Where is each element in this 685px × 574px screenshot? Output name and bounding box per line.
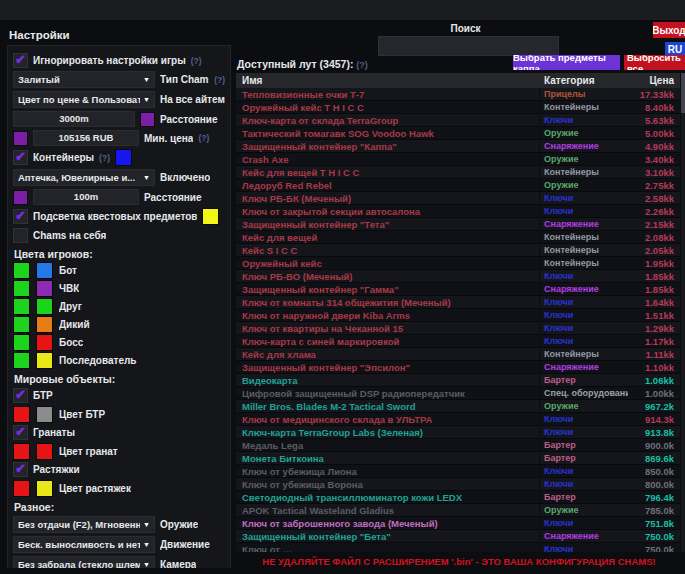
loot-table-row[interactable]: Ключ-карта TerraGroup Labs (Зеленая)Ключ… (236, 426, 680, 439)
btr-color-swatch-2[interactable] (36, 406, 53, 423)
checkbox-checked-icon[interactable]: ✔ (13, 209, 28, 224)
loot-table-row[interactable]: Ключ от убежища ЛионаКлючи850.0k (236, 465, 680, 478)
loot-table-row[interactable]: Тактический томагавк SOG Voodoo HawkОруж… (236, 127, 680, 140)
loot-item-name: Защищенный контейнер "Каппа" (236, 141, 539, 152)
player-color-swatch-1[interactable] (13, 316, 30, 333)
loot-table-row[interactable]: Ключ РБ-ВО (Меченый)Ключи1.85kk (236, 270, 680, 283)
loot-table-row[interactable]: Монета БиткоинаБартер869.6k (236, 452, 680, 465)
loot-table-row[interactable]: Светодиодный трансиллюминатор кожи LEDXБ… (236, 491, 680, 504)
chams-self-label: Chams на себя (33, 230, 106, 241)
player-color-swatch-1[interactable] (13, 334, 30, 351)
loot-table-row[interactable]: Медаль LegaБартер900.0k (236, 439, 680, 452)
player-color-swatch-2[interactable] (36, 262, 53, 279)
player-color-swatch-1[interactable] (13, 298, 30, 315)
exit-button[interactable]: Выход (653, 22, 685, 38)
quest-highlight-color-swatch[interactable] (202, 208, 219, 225)
loot-table-row[interactable]: Защищенный контейнер "Гамма"Снаряжение1.… (236, 283, 680, 296)
loot-table-row[interactable]: Защищенный контейнер "Каппа"Снаряжение4.… (236, 140, 680, 153)
containers-color-swatch[interactable] (115, 149, 132, 166)
player-color-swatch-1[interactable] (13, 262, 30, 279)
column-header-category[interactable]: Категория (540, 75, 628, 86)
distance-input[interactable]: 3000m (13, 111, 135, 127)
loot-table-row[interactable]: Защищенный контейнер "Эпсилон"Снаряжение… (236, 361, 680, 374)
loot-table-row[interactable]: APOK Tactical Wasteland GladiusОружие785… (236, 504, 680, 517)
checkbox-checked-icon[interactable]: ✔ (13, 462, 28, 477)
help-icon[interactable]: (?) (191, 56, 202, 66)
loot-table-row[interactable]: Защищенный контейнер "Бета"Снаряжение750… (236, 530, 680, 543)
checkbox-checked-icon[interactable]: ✔ (13, 53, 28, 68)
help-icon[interactable]: (?) (198, 133, 209, 143)
loot-item-category: Ключи (539, 310, 628, 320)
grenade-color-swatch-1[interactable] (13, 443, 30, 460)
loot-item-category: Ключи (539, 479, 628, 489)
loot-table-row[interactable]: Кейс для вещей T H I C CКонтейнеры3.10kk (236, 166, 680, 179)
player-color-swatch-1[interactable] (13, 280, 30, 297)
player-color-swatch-2[interactable] (36, 280, 53, 297)
loot-table-row[interactable]: Ключ-карта от склада TerraGroupКлючи5.63… (236, 114, 680, 127)
loot-table-row[interactable]: Оружейный кейс T H I C CКонтейнеры8.40kk (236, 101, 680, 114)
player-color-swatch-2[interactable] (36, 298, 53, 315)
scrollbar[interactable] (681, 73, 685, 552)
loot-table-row[interactable]: ВидеокартаБартер1.06kk (236, 374, 680, 387)
loot-table-row[interactable]: Ключ от квартиры на Чеканной 15Ключи1.29… (236, 322, 680, 335)
chams-type-select[interactable]: Залитый ▼ (13, 71, 155, 88)
loot-item-name: Ледоруб Red Rebel (236, 180, 539, 191)
loot-table-row[interactable]: Ключ от …Ключи750.0k (236, 543, 680, 552)
checkbox-checked-icon[interactable]: ✔ (13, 150, 28, 165)
loot-item-price: 1.64kk (628, 297, 680, 308)
search-label: Поиск (378, 23, 553, 34)
loot-table-row[interactable]: Тепловизионные очки Т-7Прицелы17.33kk (236, 88, 680, 101)
all-items-select[interactable]: Цвет по цене & Пользователь ▼ (13, 91, 155, 108)
loot-item-price: 2.26kk (628, 206, 680, 217)
loot-table-row[interactable]: Защищенный контейнер "Тета"Снаряжение2.1… (236, 218, 680, 231)
grenade-color-swatch-2[interactable] (36, 443, 53, 460)
containers-filter-select[interactable]: Аптечка, Ювелирные и... ▼ (13, 169, 155, 186)
containers-distance-color-swatch[interactable] (13, 190, 28, 205)
chevron-down-icon: ▼ (143, 561, 150, 568)
loot-table-row[interactable]: Ключ-карта с синей маркировкойКлючи1.17k… (236, 335, 680, 348)
loot-table-row[interactable]: Кейс S I C CКонтейнеры2.05kk (236, 244, 680, 257)
loot-table-row[interactable]: Ключ РБ-БК (Меченый)Ключи2.58kk (236, 192, 680, 205)
min-price-color-swatch[interactable] (13, 131, 28, 146)
loot-table-row[interactable]: Оружейный кейсКонтейнеры1.95kk (236, 257, 680, 270)
select-kappa-items-button[interactable]: Выбрать предметы каппа (513, 55, 620, 70)
btr-color-swatch-1[interactable] (13, 406, 30, 423)
column-header-price[interactable]: Цена (628, 75, 680, 86)
search-input[interactable] (378, 36, 559, 56)
loot-table-row[interactable]: Ключ от заброшенного завода (Меченый)Клю… (236, 517, 680, 530)
tripwire-color-swatch-1[interactable] (13, 480, 30, 497)
help-icon[interactable]: (?) (356, 60, 368, 70)
loot-table-row[interactable]: Кейс для вещейКонтейнеры2.08kk (236, 231, 680, 244)
min-price-input[interactable]: 105156 RUB (33, 130, 139, 146)
tripwire-color-swatch-2[interactable] (36, 480, 53, 497)
loot-table-row[interactable]: Ключ от закрытой секции автосалонаКлючи2… (236, 205, 680, 218)
player-color-swatch-2[interactable] (36, 334, 53, 351)
loot-table-row[interactable]: Miller Bros. Blades M-2 Tactical SwordОр… (236, 400, 680, 413)
checkbox-unchecked-icon[interactable] (13, 228, 28, 243)
loot-table-row[interactable]: Цифровой защищенный DSP радиопередатчикС… (236, 387, 680, 400)
camera-select[interactable]: Без забрала (стекло шлема) ▼ (13, 556, 155, 568)
help-icon[interactable]: (?) (99, 153, 110, 163)
containers-distance-input[interactable]: 100m (33, 189, 139, 205)
loot-table-row[interactable]: Ключ от комнаты 314 общежития (Меченый)К… (236, 296, 680, 309)
distance-color-swatch[interactable] (140, 112, 155, 127)
loot-table-row[interactable]: Crash AxeОружие3.40kk (236, 153, 680, 166)
player-color-swatch-2[interactable] (36, 352, 53, 369)
checkbox-checked-icon[interactable]: ✔ (13, 388, 28, 403)
weapon-select[interactable]: Без отдачи (F2), Мгновенное п ▼ (13, 516, 155, 533)
help-icon[interactable]: (?) (214, 75, 225, 85)
loot-table-row[interactable]: Ключ от медицинского склада в УЛЬТРАКлюч… (236, 413, 680, 426)
player-color-swatch-2[interactable] (36, 316, 53, 333)
containers-row: ✔ Контейнеры (?) (13, 149, 225, 166)
loot-table-row[interactable]: Ключ от наружной двери Kiba ArmsКлючи1.5… (236, 309, 680, 322)
drop-all-button[interactable]: Выбросить все (624, 55, 685, 70)
column-header-name[interactable]: Имя (236, 75, 540, 86)
loot-table-row[interactable]: Кейс для хламаКонтейнеры1.11kk (236, 348, 680, 361)
loot-table-row[interactable]: Ледоруб Red RebelОружие2.75kk (236, 179, 680, 192)
movement-select[interactable]: Беск. выносливость и нет уста ▼ (13, 536, 155, 553)
player-color-swatch-1[interactable] (13, 352, 30, 369)
loot-title: Доступный лут (3457): (237, 58, 353, 70)
scrollbar-thumb[interactable] (681, 73, 685, 113)
loot-table-row[interactable]: Ключ от убежища ВоронаКлючи800.0k (236, 478, 680, 491)
checkbox-checked-icon[interactable]: ✔ (13, 425, 28, 440)
